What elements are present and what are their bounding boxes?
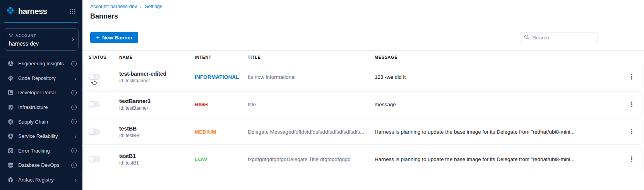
info-icon[interactable] bbox=[71, 90, 77, 95]
account-layers-icon bbox=[9, 32, 13, 39]
banners-table: STATUS NAME INTENT TITLE MESSAGE test-ba… bbox=[82, 51, 643, 173]
page-title: Banners bbox=[90, 12, 118, 20]
info-icon[interactable] bbox=[71, 148, 77, 153]
sidebar-item-label: Developer Portal bbox=[18, 90, 67, 95]
harness-logo[interactable]: harness bbox=[5, 5, 47, 17]
header-divider bbox=[82, 24, 644, 24]
banner-title: title bbox=[248, 102, 375, 107]
banner-id: Id: testB1 bbox=[119, 160, 195, 166]
sidebar-item-engineering-insights[interactable]: Engineering Insights bbox=[0, 56, 82, 71]
sidebar-item-label: Database DevOps bbox=[18, 162, 67, 168]
sidebar-item-supply-chain[interactable]: Supply Chain bbox=[0, 114, 82, 129]
row-menu-button[interactable] bbox=[627, 126, 637, 137]
toggle-knob bbox=[89, 129, 95, 135]
search-icon bbox=[524, 34, 529, 41]
sidebar-nav: Engineering Insights Code Repository Dev… bbox=[0, 56, 82, 187]
banner-title: Its now informational bbox=[248, 74, 375, 80]
banner-name: test-banner-edited bbox=[119, 71, 195, 77]
banner-id: Id: testBB bbox=[119, 133, 195, 138]
error-tracking-icon bbox=[7, 147, 14, 154]
infrastructure-icon bbox=[7, 104, 14, 111]
column-header-message: MESSAGE bbox=[375, 55, 627, 59]
module-grid-icon[interactable] bbox=[69, 8, 76, 15]
breadcrumb-account-link[interactable]: Account: harness-dev bbox=[90, 4, 137, 9]
chevron-right-icon[interactable] bbox=[75, 75, 77, 81]
table-row[interactable]: testB1 Id: testB1 LOW fxgdfgdfgdfgdfgdDe… bbox=[82, 146, 643, 172]
sidebar-header: harness bbox=[0, 0, 82, 22]
database-devops-icon bbox=[7, 162, 14, 169]
sidebar-item-infrastructure[interactable]: Infrastructure bbox=[0, 100, 82, 115]
row-menu-button[interactable] bbox=[627, 71, 637, 83]
sidebar-item-label: Error Tracking bbox=[18, 148, 67, 154]
harness-logo-text: harness bbox=[18, 7, 47, 16]
sidebar: harness ACCOUNT harness-dev bbox=[0, 0, 82, 190]
sidebar-item-service-reliability[interactable]: Service Reliability bbox=[0, 129, 82, 144]
sidebar-item-label: Supply Chain bbox=[18, 119, 67, 125]
sidebar-item-label: Infrastructure bbox=[18, 104, 67, 110]
sidebar-accent-line bbox=[4, 22, 78, 23]
toggle-knob bbox=[89, 101, 95, 107]
account-label: ACCOUNT bbox=[15, 34, 36, 37]
sidebar-item-artifact-registry[interactable]: Artifact Registry bbox=[0, 173, 82, 187]
banner-name: testBanner3 bbox=[119, 98, 195, 104]
chevron-right-icon[interactable] bbox=[75, 133, 77, 139]
supply-chain-icon bbox=[7, 118, 14, 125]
breadcrumb: Account: harness-dev › Settings bbox=[90, 4, 162, 9]
engineering-insights-icon bbox=[7, 60, 14, 67]
column-header-status: STATUS bbox=[89, 55, 119, 59]
sidebar-item-database-devops[interactable]: Database DevOps bbox=[0, 158, 82, 173]
new-banner-button[interactable]: + New Banner bbox=[90, 32, 138, 43]
intent-badge: HIGH bbox=[195, 102, 248, 107]
service-reliability-icon bbox=[7, 133, 14, 140]
banner-id: Id: testBanner bbox=[119, 105, 195, 111]
sidebar-item-error-tracking[interactable]: Error Tracking bbox=[0, 144, 82, 158]
status-toggle[interactable] bbox=[89, 101, 100, 107]
sidebar-item-developer-portal[interactable]: Developer Portal bbox=[0, 85, 82, 100]
table-header: STATUS NAME INTENT TITLE MESSAGE bbox=[82, 51, 643, 64]
code-repository-icon bbox=[7, 75, 14, 81]
chevron-right-icon[interactable] bbox=[75, 177, 77, 183]
banner-message: Harness is planning to update the base i… bbox=[375, 129, 627, 135]
banner-message: 123 -we did it bbox=[375, 74, 627, 80]
chevron-right-icon bbox=[72, 36, 74, 42]
table-row[interactable]: testBB Id: testBB MEDIUM Delegate Messag… bbox=[82, 119, 643, 145]
intent-badge: MEDIUM bbox=[195, 129, 248, 135]
banner-name: testB1 bbox=[119, 153, 195, 159]
column-header-name: NAME bbox=[119, 55, 195, 59]
status-toggle[interactable] bbox=[89, 129, 100, 135]
banner-title: fxgdfgdfgdfgdfgdDelegate Title dfgfdgdfg… bbox=[248, 156, 375, 162]
status-toggle[interactable] bbox=[89, 74, 100, 80]
search-input[interactable] bbox=[533, 35, 594, 41]
harness-logo-icon bbox=[5, 5, 15, 17]
info-icon[interactable] bbox=[71, 119, 77, 124]
table-row[interactable]: testBanner3 Id: testBanner HIGH title me… bbox=[82, 91, 643, 117]
info-icon[interactable] bbox=[71, 105, 77, 110]
account-name: harness-dev bbox=[9, 41, 68, 47]
artifact-registry-icon bbox=[7, 176, 14, 183]
status-toggle[interactable] bbox=[89, 156, 100, 162]
sidebar-item-label: Code Repository bbox=[18, 75, 70, 81]
intent-badge: INFORMATIONAL bbox=[195, 74, 248, 80]
main-content: Account: harness-dev › Settings Banners … bbox=[82, 0, 644, 190]
sidebar-item-code-repository[interactable]: Code Repository bbox=[0, 71, 82, 86]
banner-message: Harness is planning to update the base i… bbox=[375, 156, 627, 162]
app-root: harness ACCOUNT harness-dev bbox=[0, 0, 644, 190]
column-header-intent: INTENT bbox=[195, 55, 248, 59]
banner-name: testBB bbox=[119, 126, 195, 132]
account-selector[interactable]: ACCOUNT harness-dev bbox=[4, 28, 79, 51]
breadcrumb-separator: › bbox=[140, 4, 142, 9]
row-menu-button[interactable] bbox=[627, 153, 637, 165]
column-header-title: TITLE bbox=[248, 55, 375, 59]
info-icon[interactable] bbox=[71, 61, 77, 66]
row-menu-button[interactable] bbox=[627, 98, 637, 110]
intent-badge: LOW bbox=[195, 156, 248, 162]
banner-id: Id: testitbanner bbox=[119, 78, 195, 83]
table-row[interactable]: test-banner-edited Id: testitbanner INFO… bbox=[82, 64, 643, 90]
new-banner-label: New Banner bbox=[102, 35, 132, 41]
search-box[interactable] bbox=[520, 32, 598, 43]
info-icon[interactable] bbox=[71, 163, 77, 168]
breadcrumb-settings-link[interactable]: Settings bbox=[145, 4, 162, 9]
sidebar-item-label: Service Reliability bbox=[18, 133, 70, 139]
sidebar-item-label: Artifact Registry bbox=[18, 177, 70, 183]
toggle-knob bbox=[89, 156, 95, 162]
